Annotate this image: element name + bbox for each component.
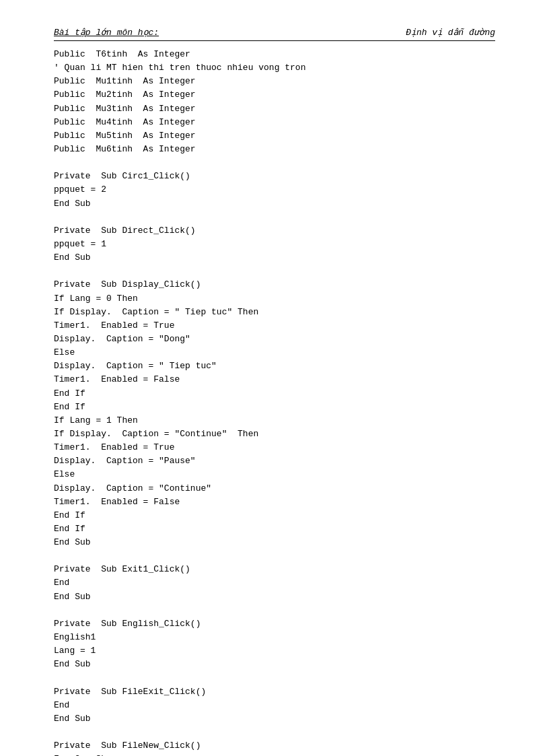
code-content: Public T6tinh As Integer ' Quan li MT hi…	[54, 48, 495, 756]
page-header: Bài tập lớn môn học: Định vị dẫn đường	[54, 27, 495, 41]
header-left: Bài tập lớn môn học:	[54, 27, 159, 38]
header-right: Định vị dẫn đường	[406, 27, 495, 38]
page: Bài tập lớn môn học: Định vị dẫn đường P…	[0, 0, 549, 756]
